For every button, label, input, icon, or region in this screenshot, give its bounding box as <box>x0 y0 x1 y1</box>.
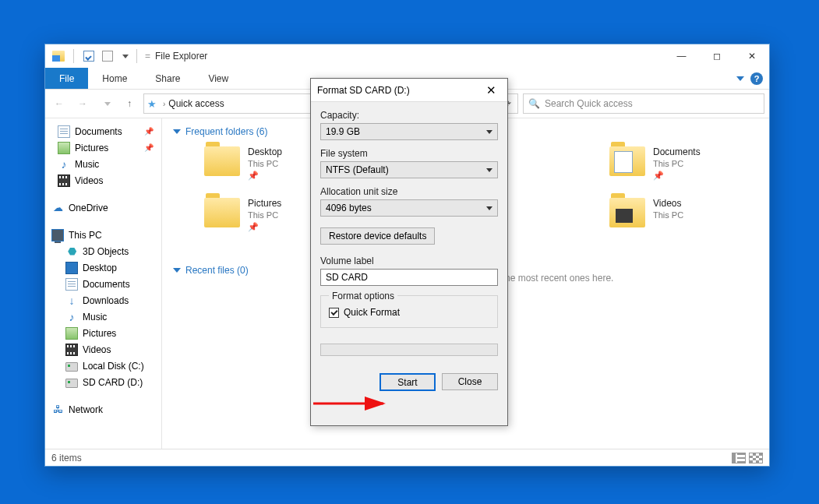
minimize-button[interactable]: — <box>664 45 699 68</box>
sidebar-item-thispc[interactable]: This PC <box>47 227 161 243</box>
help-icon[interactable]: ? <box>750 72 763 85</box>
close-button[interactable]: ✕ <box>734 45 769 68</box>
chevron-down-icon <box>486 206 492 210</box>
sidebar-item-label: Local Disk (C:) <box>83 361 144 372</box>
cube-icon: ⬣ <box>65 245 78 258</box>
folder-icon <box>609 198 645 227</box>
format-options-fieldset: Format options Quick Format <box>320 295 498 328</box>
ribbon-tab-view[interactable]: View <box>194 68 242 89</box>
alloc-combo[interactable]: 4096 bytes <box>320 199 498 217</box>
ribbon-collapse-icon[interactable] <box>736 76 744 81</box>
sidebar-item-music2[interactable]: ♪Music <box>47 308 161 325</box>
chevron-down-icon <box>173 129 181 134</box>
sidebar-item-documents2[interactable]: Documents <box>47 276 161 292</box>
disk-icon <box>65 379 78 388</box>
sidebar-item-music[interactable]: ♪Music <box>47 156 161 172</box>
sidebar-item-localdisk[interactable]: Local Disk (C:) <box>47 358 161 374</box>
quick-access-toolbar <box>51 49 140 63</box>
format-progress-bar <box>320 344 498 356</box>
file-tab[interactable]: File <box>45 68 88 89</box>
sidebar-item-downloads[interactable]: ↓Downloads <box>47 292 161 308</box>
new-folder-qat-button[interactable] <box>101 49 115 63</box>
music-icon: ♪ <box>65 311 78 323</box>
network-icon: 🖧 <box>51 404 64 416</box>
maximize-button[interactable]: ◻ <box>699 45 734 68</box>
downloads-icon: ↓ <box>65 294 78 307</box>
music-icon: ♪ <box>58 158 70 171</box>
sidebar-item-videos2[interactable]: Videos <box>47 341 161 358</box>
document-icon <box>58 125 70 138</box>
folder-item-documents[interactable]: Documents This PC 📌 <box>609 146 742 190</box>
capacity-combo[interactable]: 19.9 GB <box>320 123 498 140</box>
qat-dropdown-icon[interactable] <box>122 55 129 58</box>
section-title: Recent files (0) <box>185 265 249 276</box>
videos-icon <box>58 174 70 187</box>
nav-history-dropdown[interactable] <box>97 94 115 113</box>
pin-icon: 📌 <box>144 127 158 136</box>
large-icons-view-button[interactable] <box>749 453 763 463</box>
folder-title: Documents <box>653 146 701 157</box>
sidebar-item-label: Music <box>83 312 107 322</box>
separator <box>136 49 137 63</box>
folder-title: Pictures <box>248 198 281 209</box>
pictures-icon <box>65 327 78 340</box>
quick-access-star-icon: ★ <box>147 98 157 110</box>
separator <box>73 49 74 63</box>
filesystem-combo[interactable]: NTFS (Default) <box>320 161 498 178</box>
folder-title: Desktop <box>248 146 282 157</box>
folder-item-videos[interactable]: Videos This PC <box>609 198 742 241</box>
sidebar-item-label: Music <box>75 159 99 170</box>
status-bar: 6 items <box>45 449 769 466</box>
dialog-close-button[interactable]: ✕ <box>482 82 501 99</box>
onedrive-icon: ☁ <box>51 202 64 214</box>
checkbox-icon <box>329 308 339 318</box>
sidebar-item-videos[interactable]: Videos <box>47 172 161 189</box>
volume-label-input[interactable] <box>320 269 498 286</box>
sidebar-item-label: Videos <box>83 344 111 355</box>
sidebar-item-onedrive[interactable]: ☁OneDrive <box>47 199 161 216</box>
sidebar-item-label: Pictures <box>75 143 108 153</box>
sidebar-item-label: Videos <box>75 175 103 186</box>
chevron-right-icon[interactable]: › <box>163 100 165 108</box>
close-button[interactable]: Close <box>442 373 498 390</box>
address-text: Quick access <box>168 98 224 109</box>
sidebar-item-pictures[interactable]: Pictures📌 <box>47 139 161 156</box>
sidebar-item-label: Downloads <box>83 295 129 306</box>
navigation-pane: Documents📌 Pictures📌 ♪Music Videos ☁OneD… <box>45 118 162 449</box>
videos-icon <box>65 344 78 356</box>
filesystem-label: File system <box>320 148 498 159</box>
pin-icon: 📌 <box>248 222 281 232</box>
sidebar-item-label: This PC <box>69 230 102 241</box>
properties-qat-button[interactable] <box>82 49 96 63</box>
ribbon-tab-share[interactable]: Share <box>141 68 194 89</box>
ribbon-tab-home[interactable]: Home <box>88 68 141 89</box>
folder-subtitle: This PC <box>248 159 282 168</box>
nav-forward-button[interactable]: → <box>73 94 92 113</box>
folder-icon <box>609 146 645 176</box>
pin-icon: 📌 <box>653 171 701 181</box>
details-view-button[interactable] <box>732 453 746 463</box>
format-dialog: Format SD CARD (D:) ✕ Capacity: 19.9 GB … <box>310 78 508 426</box>
nav-back-button[interactable]: ← <box>50 94 69 113</box>
folder-subtitle: This PC <box>248 210 281 220</box>
desktop-icon <box>65 262 78 274</box>
sidebar-item-label: 3D Objects <box>83 246 129 257</box>
quick-format-checkbox[interactable]: Quick Format <box>329 307 489 318</box>
combo-value: 19.9 GB <box>326 126 360 137</box>
chevron-down-icon <box>486 130 492 134</box>
sidebar-item-sdcard[interactable]: SD CARD (D:) <box>47 374 161 390</box>
sidebar-item-desktop[interactable]: Desktop <box>47 259 161 276</box>
sidebar-item-pictures2[interactable]: Pictures <box>47 325 161 341</box>
start-button[interactable]: Start <box>379 373 436 391</box>
sidebar-item-3dobjects[interactable]: ⬣3D Objects <box>47 243 161 259</box>
search-box[interactable]: 🔍 Search Quick access <box>523 93 764 114</box>
pin-icon: 📌 <box>144 143 158 152</box>
nav-up-button[interactable]: ↑ <box>120 94 139 113</box>
thispc-icon <box>51 229 64 241</box>
sidebar-item-documents[interactable]: Documents📌 <box>47 123 161 139</box>
sidebar-item-label: SD CARD (D:) <box>83 377 143 388</box>
sidebar-item-network[interactable]: 🖧Network <box>47 401 161 418</box>
restore-defaults-button[interactable]: Restore device defaults <box>320 227 435 245</box>
folder-subtitle: This PC <box>653 210 683 220</box>
folder-subtitle: This PC <box>653 159 701 168</box>
